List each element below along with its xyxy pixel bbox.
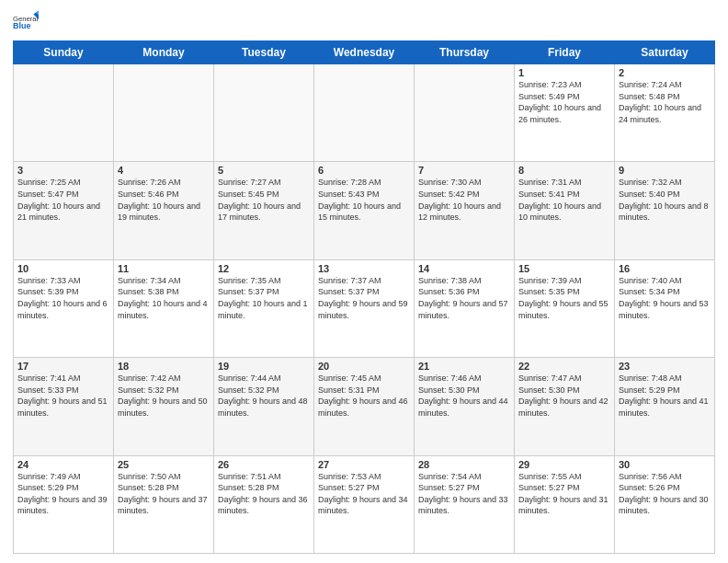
header: General Blue (13, 9, 715, 35)
calendar-table: SundayMondayTuesdayWednesdayThursdayFrid… (13, 40, 715, 554)
day-info: Sunrise: 7:46 AM Sunset: 5:30 PM Dayligh… (418, 373, 510, 419)
calendar-day-cell (314, 64, 415, 162)
day-number: 22 (518, 361, 610, 372)
svg-text:Blue: Blue (13, 21, 31, 30)
calendar-day-cell: 3Sunrise: 7:25 AM Sunset: 5:47 PM Daylig… (14, 162, 114, 259)
calendar-day-cell (114, 64, 214, 162)
day-info: Sunrise: 7:45 AM Sunset: 5:31 PM Dayligh… (318, 373, 410, 419)
day-info: Sunrise: 7:37 AM Sunset: 5:37 PM Dayligh… (318, 275, 410, 321)
day-info: Sunrise: 7:38 AM Sunset: 5:36 PM Dayligh… (418, 275, 510, 321)
day-number: 20 (318, 361, 410, 372)
day-info: Sunrise: 7:26 AM Sunset: 5:46 PM Dayligh… (118, 177, 210, 223)
calendar-day-cell: 15Sunrise: 7:39 AM Sunset: 5:35 PM Dayli… (515, 259, 615, 357)
calendar-week-row: 24Sunrise: 7:49 AM Sunset: 5:29 PM Dayli… (14, 455, 715, 553)
calendar-day-cell: 18Sunrise: 7:42 AM Sunset: 5:32 PM Dayli… (114, 358, 214, 455)
calendar-day-cell: 21Sunrise: 7:46 AM Sunset: 5:30 PM Dayli… (415, 358, 515, 455)
day-info: Sunrise: 7:27 AM Sunset: 5:45 PM Dayligh… (218, 177, 310, 223)
calendar-day-cell: 19Sunrise: 7:44 AM Sunset: 5:32 PM Dayli… (214, 358, 314, 455)
day-info: Sunrise: 7:51 AM Sunset: 5:28 PM Dayligh… (218, 471, 310, 517)
day-number: 29 (518, 459, 610, 470)
day-info: Sunrise: 7:49 AM Sunset: 5:29 PM Dayligh… (17, 471, 109, 517)
calendar-day-cell: 27Sunrise: 7:53 AM Sunset: 5:27 PM Dayli… (314, 455, 415, 553)
calendar-day-cell: 23Sunrise: 7:48 AM Sunset: 5:29 PM Dayli… (615, 358, 715, 455)
day-number: 15 (518, 263, 610, 274)
calendar-day-cell: 8Sunrise: 7:31 AM Sunset: 5:41 PM Daylig… (515, 162, 615, 259)
calendar-day-cell: 16Sunrise: 7:40 AM Sunset: 5:34 PM Dayli… (615, 259, 715, 357)
day-number: 3 (17, 165, 109, 176)
day-info: Sunrise: 7:53 AM Sunset: 5:27 PM Dayligh… (318, 471, 410, 517)
calendar-day-cell: 6Sunrise: 7:28 AM Sunset: 5:43 PM Daylig… (314, 162, 415, 259)
day-number: 10 (17, 263, 109, 274)
calendar-day-cell: 28Sunrise: 7:54 AM Sunset: 5:27 PM Dayli… (415, 455, 515, 553)
calendar-day-header: Friday (515, 41, 615, 64)
day-info: Sunrise: 7:30 AM Sunset: 5:42 PM Dayligh… (418, 177, 510, 223)
calendar-day-cell: 9Sunrise: 7:32 AM Sunset: 5:40 PM Daylig… (615, 162, 715, 259)
calendar-day-header: Wednesday (314, 41, 415, 64)
calendar-day-header: Saturday (615, 41, 715, 64)
calendar-day-cell: 25Sunrise: 7:50 AM Sunset: 5:28 PM Dayli… (114, 455, 214, 553)
day-number: 1 (518, 67, 610, 78)
day-number: 21 (418, 361, 510, 372)
day-number: 24 (17, 459, 109, 470)
calendar-day-cell: 4Sunrise: 7:26 AM Sunset: 5:46 PM Daylig… (114, 162, 214, 259)
calendar-header-row: SundayMondayTuesdayWednesdayThursdayFrid… (14, 41, 715, 64)
day-info: Sunrise: 7:32 AM Sunset: 5:40 PM Dayligh… (619, 177, 711, 223)
calendar-day-header: Tuesday (214, 41, 314, 64)
calendar-day-cell: 11Sunrise: 7:34 AM Sunset: 5:38 PM Dayli… (114, 259, 214, 357)
day-number: 16 (619, 263, 711, 274)
calendar-day-cell: 26Sunrise: 7:51 AM Sunset: 5:28 PM Dayli… (214, 455, 314, 553)
day-info: Sunrise: 7:28 AM Sunset: 5:43 PM Dayligh… (318, 177, 410, 223)
day-info: Sunrise: 7:48 AM Sunset: 5:29 PM Dayligh… (619, 373, 711, 419)
day-number: 14 (418, 263, 510, 274)
calendar-day-cell: 17Sunrise: 7:41 AM Sunset: 5:33 PM Dayli… (14, 358, 114, 455)
day-number: 17 (17, 361, 109, 372)
calendar-day-header: Monday (114, 41, 214, 64)
day-info: Sunrise: 7:25 AM Sunset: 5:47 PM Dayligh… (17, 177, 109, 223)
logo-icon: General Blue (13, 9, 39, 35)
day-number: 4 (118, 165, 210, 176)
day-info: Sunrise: 7:50 AM Sunset: 5:28 PM Dayligh… (118, 471, 210, 517)
calendar-day-cell: 24Sunrise: 7:49 AM Sunset: 5:29 PM Dayli… (14, 455, 114, 553)
day-number: 30 (619, 459, 711, 470)
calendar-day-cell: 7Sunrise: 7:30 AM Sunset: 5:42 PM Daylig… (415, 162, 515, 259)
calendar-day-cell: 5Sunrise: 7:27 AM Sunset: 5:45 PM Daylig… (214, 162, 314, 259)
day-number: 26 (218, 459, 310, 470)
day-info: Sunrise: 7:44 AM Sunset: 5:32 PM Dayligh… (218, 373, 310, 419)
day-number: 25 (118, 459, 210, 470)
day-number: 11 (118, 263, 210, 274)
calendar-week-row: 1Sunrise: 7:23 AM Sunset: 5:49 PM Daylig… (14, 64, 715, 162)
day-info: Sunrise: 7:42 AM Sunset: 5:32 PM Dayligh… (118, 373, 210, 419)
day-number: 8 (518, 165, 610, 176)
day-info: Sunrise: 7:39 AM Sunset: 5:35 PM Dayligh… (518, 275, 610, 321)
logo: General Blue (13, 9, 42, 35)
calendar-week-row: 10Sunrise: 7:33 AM Sunset: 5:39 PM Dayli… (14, 259, 715, 357)
calendar-day-cell: 30Sunrise: 7:56 AM Sunset: 5:26 PM Dayli… (615, 455, 715, 553)
calendar-day-cell: 13Sunrise: 7:37 AM Sunset: 5:37 PM Dayli… (314, 259, 415, 357)
day-number: 18 (118, 361, 210, 372)
day-number: 7 (418, 165, 510, 176)
calendar-day-cell: 29Sunrise: 7:55 AM Sunset: 5:27 PM Dayli… (515, 455, 615, 553)
day-number: 6 (318, 165, 410, 176)
calendar-day-header: Sunday (14, 41, 114, 64)
day-number: 13 (318, 263, 410, 274)
day-info: Sunrise: 7:35 AM Sunset: 5:37 PM Dayligh… (218, 275, 310, 321)
day-info: Sunrise: 7:40 AM Sunset: 5:34 PM Dayligh… (619, 275, 711, 321)
calendar-week-row: 17Sunrise: 7:41 AM Sunset: 5:33 PM Dayli… (14, 358, 715, 455)
day-number: 23 (619, 361, 711, 372)
calendar-day-cell: 2Sunrise: 7:24 AM Sunset: 5:48 PM Daylig… (615, 64, 715, 162)
calendar-day-cell: 10Sunrise: 7:33 AM Sunset: 5:39 PM Dayli… (14, 259, 114, 357)
day-number: 27 (318, 459, 410, 470)
calendar-day-cell (214, 64, 314, 162)
calendar-day-cell (14, 64, 114, 162)
calendar-day-cell (415, 64, 515, 162)
day-info: Sunrise: 7:54 AM Sunset: 5:27 PM Dayligh… (418, 471, 510, 517)
calendar-week-row: 3Sunrise: 7:25 AM Sunset: 5:47 PM Daylig… (14, 162, 715, 259)
day-info: Sunrise: 7:41 AM Sunset: 5:33 PM Dayligh… (17, 373, 109, 419)
day-info: Sunrise: 7:23 AM Sunset: 5:49 PM Dayligh… (518, 79, 610, 125)
calendar-day-cell: 12Sunrise: 7:35 AM Sunset: 5:37 PM Dayli… (214, 259, 314, 357)
day-info: Sunrise: 7:55 AM Sunset: 5:27 PM Dayligh… (518, 471, 610, 517)
day-number: 28 (418, 459, 510, 470)
page: General Blue SundayMondayTuesdayWednesda… (0, 0, 728, 563)
calendar-day-cell: 22Sunrise: 7:47 AM Sunset: 5:30 PM Dayli… (515, 358, 615, 455)
day-info: Sunrise: 7:33 AM Sunset: 5:39 PM Dayligh… (17, 275, 109, 321)
